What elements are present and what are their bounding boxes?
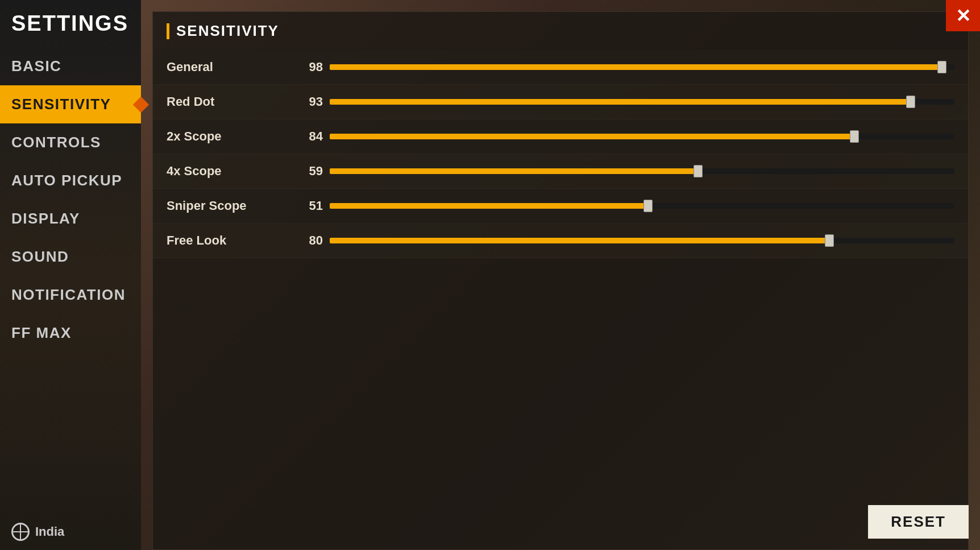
settings-panel: SENSITIVITY General98Red Dot932x Scope84…: [152, 11, 969, 550]
section-accent: [167, 23, 169, 39]
slider-container-4[interactable]: [330, 198, 954, 214]
slider-fill-0: [330, 64, 942, 70]
slider-thumb-2[interactable]: [850, 130, 859, 143]
globe-icon: [11, 523, 30, 541]
slider-track-4: [330, 203, 954, 209]
slider-row-5: Free Look80: [153, 224, 968, 258]
slider-row-4: Sniper Scope51: [153, 189, 968, 224]
slider-label-1: Red Dot: [167, 94, 292, 109]
slider-track-5: [330, 238, 954, 243]
sidebar-item-controls[interactable]: CONTROLS: [0, 123, 141, 162]
sidebar-item-notification[interactable]: NOTIFICATION: [0, 276, 141, 314]
sidebar: SETTINGS BASICSENSITIVITYCONTROLSAUTO PI…: [0, 0, 141, 550]
slider-value-2: 84: [292, 129, 323, 144]
sidebar-item-sound[interactable]: SOUND: [0, 238, 141, 276]
slider-label-2: 2x Scope: [167, 129, 292, 144]
slider-thumb-5[interactable]: [825, 234, 834, 247]
slider-row-2: 2x Scope84: [153, 119, 968, 154]
slider-rows: General98Red Dot932x Scope844x Scope59Sn…: [153, 50, 968, 258]
slider-track-0: [330, 64, 954, 70]
sidebar-item-sensitivity[interactable]: SENSITIVITY: [0, 85, 141, 123]
slider-container-0[interactable]: [330, 59, 954, 75]
slider-fill-4: [330, 203, 648, 209]
reset-button[interactable]: RESET: [868, 505, 969, 539]
slider-label-4: Sniper Scope: [167, 199, 292, 213]
close-icon: ✕: [956, 7, 971, 25]
slider-label-0: General: [167, 60, 292, 75]
slider-label-3: 4x Scope: [167, 164, 292, 179]
region-label: India: [35, 524, 64, 539]
slider-row-3: 4x Scope59: [153, 154, 968, 189]
section-title: SENSITIVITY: [176, 22, 279, 40]
slider-row-0: General98: [153, 50, 968, 85]
slider-thumb-0[interactable]: [937, 61, 946, 73]
slider-track-1: [330, 99, 954, 105]
sidebar-footer: India: [0, 514, 141, 550]
slider-fill-1: [330, 99, 911, 105]
slider-thumb-1[interactable]: [906, 96, 915, 108]
slider-track-3: [330, 168, 954, 174]
slider-value-4: 51: [292, 199, 323, 213]
slider-fill-5: [330, 238, 829, 243]
slider-track-2: [330, 134, 954, 139]
sidebar-item-display[interactable]: DISPLAY: [0, 200, 141, 238]
slider-container-2[interactable]: [330, 129, 954, 144]
slider-value-3: 59: [292, 164, 323, 179]
sidebar-item-basic[interactable]: BASIC: [0, 47, 141, 85]
sidebar-item-ff-max[interactable]: FF MAX: [0, 314, 141, 352]
sidebar-item-auto-pickup[interactable]: AUTO PICKUP: [0, 162, 141, 200]
settings-title: SETTINGS: [0, 0, 141, 47]
slider-value-5: 80: [292, 233, 323, 248]
section-header: SENSITIVITY: [153, 12, 968, 50]
sidebar-nav: BASICSENSITIVITYCONTROLSAUTO PICKUPDISPL…: [0, 47, 141, 514]
slider-fill-3: [330, 168, 698, 174]
slider-container-5[interactable]: [330, 233, 954, 249]
slider-thumb-4[interactable]: [643, 200, 653, 212]
slider-label-5: Free Look: [167, 233, 292, 248]
close-button[interactable]: ✕: [946, 0, 980, 31]
slider-value-0: 98: [292, 60, 323, 75]
slider-row-1: Red Dot93: [153, 85, 968, 119]
slider-container-1[interactable]: [330, 94, 954, 110]
main-content: ✕ SENSITIVITY General98Red Dot932x Scope…: [141, 0, 980, 550]
slider-container-3[interactable]: [330, 163, 954, 179]
slider-thumb-3[interactable]: [694, 165, 703, 177]
slider-fill-2: [330, 134, 854, 139]
slider-value-1: 93: [292, 94, 323, 109]
